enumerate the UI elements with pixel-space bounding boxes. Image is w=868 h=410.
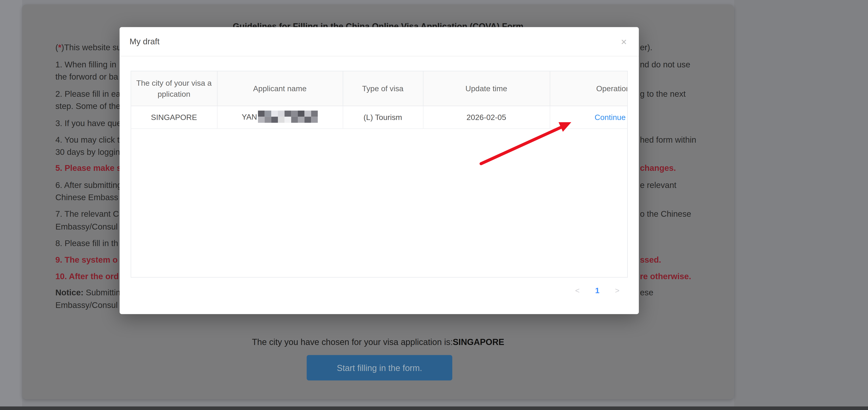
chosen-city-value: SINGAPORE (453, 337, 504, 347)
my-draft-modal: My draft ✕ The city of your visa applica… (120, 27, 639, 314)
column-header: The city of your visa application (131, 71, 217, 106)
guideline-text-fragment: 7. The relevant C (55, 208, 119, 219)
start-filling-form-button[interactable]: Start filling in the form. (307, 355, 452, 380)
guideline-text-fragment: 30 days by loggin (55, 146, 120, 158)
cell-applicant: YAN (217, 106, 343, 129)
cell-city: SINGAPORE (131, 106, 217, 129)
guideline-text-fragment: 9. The system o (55, 254, 118, 265)
guideline-text-fragment: Notice: Submittin (55, 287, 121, 298)
guideline-text-fragment: 8. Please fill in th (55, 238, 118, 249)
guideline-text-fragment: 3. If you have que (55, 118, 122, 129)
guideline-text-fragment: step. Some of the (55, 101, 121, 112)
draft-table-header-row: The city of your visa applicationApplica… (131, 71, 628, 106)
modal-header: My draft ✕ (120, 27, 639, 57)
window-bottom-edge (0, 406, 868, 410)
guideline-text-fragment: (*)This website su (55, 42, 122, 53)
guideline-text-fragment: the forword or ba (55, 71, 118, 82)
guideline-text-fragment: 10. After the ord (55, 271, 119, 282)
browser-right-gutter (734, 0, 868, 406)
guideline-text-fragment: er). (640, 42, 652, 53)
guideline-text-fragment: hed form within (640, 134, 696, 145)
guideline-text-fragment: g to the next (640, 89, 686, 100)
pagination-next-icon[interactable]: > (610, 283, 624, 298)
chosen-city-label: The city you have chosen for your visa a… (252, 337, 453, 347)
browser-left-gutter (0, 0, 22, 406)
column-header: Applicant name (217, 71, 343, 106)
guideline-text-fragment: 2. Please fill in ea (55, 89, 121, 100)
applicant-name-visible: YAN (242, 112, 257, 121)
guideline-text-fragment: o the Chinese (640, 208, 691, 219)
guideline-text-fragment: Embassy/Consul (55, 221, 118, 232)
guideline-text-fragment: 5. Please make s (55, 163, 122, 174)
guideline-text-fragment: 4. You may click t (55, 134, 120, 145)
continue-to-fill-link[interactable]: Continue to fill in t (570, 113, 628, 122)
cell-visa-type: (L) Tourism (343, 106, 423, 129)
guideline-text-fragment: ssed. (640, 254, 661, 265)
guideline-text-fragment: e relevant (640, 180, 677, 191)
pagination: < 1 > (570, 283, 624, 298)
guideline-text-fragment: ese (640, 287, 653, 298)
guideline-text-fragment: changes. (640, 163, 676, 174)
modal-title: My draft (130, 27, 160, 56)
guideline-text-fragment: 6. After submitting (55, 180, 122, 191)
cell-operation: Continue to fill in t (550, 106, 628, 129)
guideline-text-fragment: 1. When filling in (55, 59, 116, 70)
applicant-name-redaction (258, 110, 318, 123)
draft-table-container: The city of your visa applicationApplica… (130, 71, 628, 278)
chosen-city-line: The city you have chosen for your visa a… (22, 337, 734, 347)
cell-update-time: 2026-02-05 (423, 106, 550, 129)
column-header: Operation (550, 71, 628, 106)
pagination-page-1[interactable]: 1 (590, 283, 604, 298)
guideline-text-fragment: re otherwise. (640, 271, 691, 282)
draft-table-row: SINGAPORE YAN (L) Tourism 2026-02-05 Con… (131, 106, 628, 129)
screen: Guidelines for Filling in the China Onli… (0, 0, 868, 410)
guideline-text-fragment: Chinese Embass (55, 192, 118, 203)
column-header: Type of visa (343, 71, 423, 106)
close-icon[interactable]: ✕ (613, 32, 634, 53)
guideline-text-fragment: Embassy/Consul (55, 300, 118, 311)
pagination-prev-icon[interactable]: < (570, 283, 585, 298)
draft-table: The city of your visa applicationApplica… (131, 71, 628, 129)
column-header: Update time (423, 71, 550, 106)
guideline-text-fragment: nd do not use (640, 59, 690, 70)
